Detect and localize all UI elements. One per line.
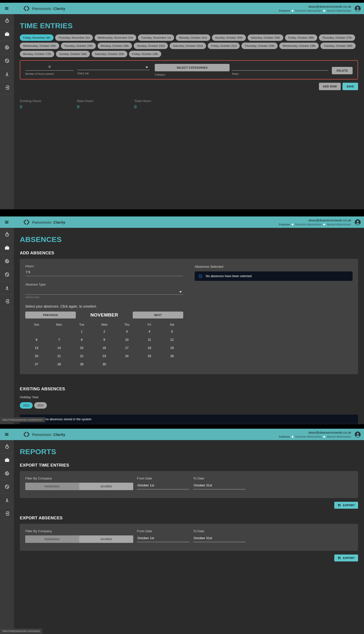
to-date-input[interactable]: October 31st <box>193 536 246 542</box>
sidebar-item-block[interactable] <box>0 54 14 68</box>
sidebar-item-block[interactable] <box>0 480 14 494</box>
calendar-day[interactable]: 1 <box>70 328 93 336</box>
calendar-day[interactable]: 13 <box>25 344 48 352</box>
calendar-day[interactable]: 15 <box>70 344 93 352</box>
sidebar-item-exit[interactable] <box>0 295 14 308</box>
account-icon[interactable] <box>354 5 361 12</box>
calendar-day[interactable]: 12 <box>161 336 183 344</box>
day-chip[interactable]: Thursday, October 20th <box>242 42 278 49</box>
day-chip[interactable]: Friday, October 21st <box>208 42 240 49</box>
sidebar-item-download[interactable] <box>0 494 14 507</box>
calendar-day[interactable]: 22 <box>70 352 93 360</box>
calendar-day[interactable]: 10 <box>116 336 138 344</box>
calendar-day[interactable]: 19 <box>161 344 183 352</box>
day-chip[interactable]: Tuesday, November 1st <box>138 34 174 41</box>
calendar-day[interactable]: 30 <box>93 360 116 368</box>
calendar-day[interactable]: 25 <box>138 352 161 360</box>
day-chip[interactable]: Saturday, October 22nd <box>170 42 206 49</box>
sidebar-item-timer[interactable] <box>0 440 14 454</box>
hamburger-menu-button[interactable] <box>4 5 10 12</box>
calendar-day[interactable]: 26 <box>161 352 183 360</box>
day-chip[interactable]: Tuesday, October 25th <box>61 42 96 49</box>
day-chip[interactable]: Sunday, October 16th <box>56 51 90 57</box>
day-chip[interactable]: Friday, October 28th <box>285 34 317 41</box>
calendar-day[interactable]: 8 <box>70 336 93 344</box>
absence-hours-input[interactable]: 7.5 <box>25 270 183 276</box>
calendar-day[interactable]: 21 <box>48 352 70 360</box>
sidebar-item-download[interactable] <box>0 68 14 81</box>
calendar-day[interactable]: 7 <box>48 336 70 344</box>
to-date-input[interactable]: October 31st <box>193 484 246 489</box>
sidebar-item-briefcase[interactable] <box>0 454 14 467</box>
day-chip[interactable]: Monday, October 17th <box>20 51 54 57</box>
absence-type-select[interactable] <box>25 288 183 295</box>
day-chip[interactable]: Thursday, November 3rd <box>55 34 93 41</box>
save-button[interactable]: SAVE <box>342 83 358 90</box>
sidebar-item-track[interactable] <box>0 467 14 480</box>
hamburger-menu-button[interactable] <box>4 219 10 225</box>
day-chip[interactable]: Saturday, October 29th <box>248 34 283 41</box>
calendar-day[interactable]: 3 <box>116 328 138 336</box>
calendar-day[interactable]: 29 <box>70 360 93 368</box>
holiday-year-chip[interactable]: 2021 <box>34 402 47 409</box>
notes-input[interactable] <box>232 64 328 70</box>
company-option-pansensic[interactable]: PANSENSIC <box>25 536 79 543</box>
day-chip[interactable]: Wednesday, October 19th <box>279 42 319 49</box>
calendar-day[interactable]: 11 <box>138 336 161 344</box>
sidebar-item-exit[interactable] <box>0 507 14 520</box>
calendar-day[interactable]: 24 <box>116 352 138 360</box>
calendar-day[interactable]: 9 <box>93 336 116 344</box>
company-option-akumen[interactable]: AKUMEN <box>79 483 133 490</box>
export-time-entries-button[interactable]: EXPORT <box>334 502 358 509</box>
calendar-day[interactable]: 28 <box>48 360 70 368</box>
calendar-day[interactable]: 20 <box>25 352 48 360</box>
calendar-day[interactable]: 5 <box>161 328 183 336</box>
holiday-year-chip[interactable]: 2022 <box>20 402 33 409</box>
select-categories-button[interactable]: SELECT CATEGORIES <box>155 64 230 71</box>
day-chip[interactable]: Saturday, October 15th <box>92 51 127 57</box>
calendar-day[interactable]: 27 <box>25 360 48 368</box>
day-chip[interactable]: Friday, October 14th <box>129 51 161 57</box>
day-chip[interactable]: Sunday, October 30th <box>212 34 246 41</box>
client-job-select[interactable] <box>77 64 150 70</box>
hamburger-menu-button[interactable] <box>4 431 10 438</box>
sidebar-item-download[interactable] <box>0 281 14 295</box>
calendar-next-button[interactable]: NEXT <box>133 312 183 318</box>
account-icon[interactable] <box>354 431 361 438</box>
sidebar-item-exit[interactable] <box>0 81 14 94</box>
day-chip[interactable]: Thursday, October 27th <box>319 34 355 41</box>
sidebar-item-briefcase[interactable] <box>0 28 14 41</box>
from-date-input[interactable]: October 1st <box>137 484 190 489</box>
calendar-day[interactable]: 16 <box>93 344 116 352</box>
day-chip[interactable]: Friday, November 4th <box>20 34 54 41</box>
company-option-akumen[interactable]: AKUMEN <box>79 536 133 543</box>
sidebar-item-track[interactable] <box>0 254 14 268</box>
calendar-day[interactable]: 23 <box>93 352 116 360</box>
calendar-day[interactable]: 6 <box>25 336 48 344</box>
delete-button[interactable]: DELETE <box>332 67 352 74</box>
sidebar-item-timer[interactable] <box>0 228 14 241</box>
sidebar-item-briefcase[interactable] <box>0 241 14 254</box>
calendar-day[interactable]: 2 <box>93 328 116 336</box>
day-chip[interactable]: Monday, October 31st <box>176 34 210 41</box>
company-option-pansensic[interactable]: PANSENSIC <box>25 483 79 490</box>
sidebar-item-track[interactable] <box>0 41 14 54</box>
sidebar-item-block[interactable] <box>0 268 14 281</box>
add-row-button[interactable]: ADD ROW <box>319 83 341 90</box>
day-chip[interactable]: Tuesday, October 18th <box>320 42 356 49</box>
day-chip[interactable]: Wednesday, October 26th <box>20 42 59 49</box>
calendar-previous-button[interactable]: PREVIOUS <box>25 312 76 318</box>
timer-icon <box>4 444 10 449</box>
sidebar-item-timer[interactable] <box>0 14 14 28</box>
day-chip[interactable]: Wednesday, November 2nd <box>94 34 136 41</box>
hours-input[interactable] <box>25 64 74 70</box>
day-chip[interactable]: Monday, October 24th <box>98 42 132 49</box>
day-chip[interactable]: Sunday, October 23rd <box>134 42 168 49</box>
export-absences-button[interactable]: EXPORT <box>334 554 358 562</box>
calendar-day[interactable]: 4 <box>138 328 161 336</box>
calendar-day[interactable]: 18 <box>138 344 161 352</box>
from-date-input[interactable]: October 1st <box>137 536 190 542</box>
calendar-day[interactable]: 14 <box>48 344 70 352</box>
calendar-day[interactable]: 17 <box>116 344 138 352</box>
account-icon[interactable] <box>354 219 361 226</box>
